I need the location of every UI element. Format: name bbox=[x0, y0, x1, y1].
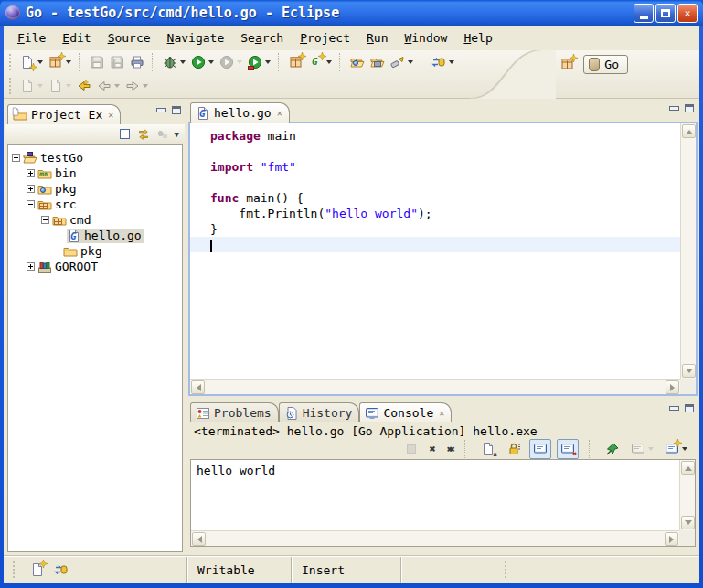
menu-help[interactable]: Help bbox=[455, 28, 500, 48]
code-line-3[interactable]: import "fmt" bbox=[190, 159, 680, 175]
dropdown-icon[interactable] bbox=[114, 84, 120, 88]
print-button[interactable] bbox=[127, 53, 147, 71]
show-console-stdout-button[interactable] bbox=[529, 439, 551, 459]
code-editor[interactable]: package main import "fmt" func main() { … bbox=[188, 122, 698, 396]
dropdown-icon[interactable] bbox=[408, 60, 413, 64]
save-button[interactable] bbox=[87, 53, 107, 71]
terminate-button[interactable] bbox=[401, 440, 421, 458]
new-wizard-button[interactable] bbox=[17, 53, 46, 71]
scroll-lock-button[interactable] bbox=[504, 440, 524, 458]
minimize-view-button[interactable] bbox=[156, 108, 166, 112]
window-close-button[interactable]: ✕ bbox=[677, 4, 698, 23]
open-perspective-button[interactable] bbox=[558, 55, 578, 73]
show-console-stderr-button[interactable]: ✖ bbox=[557, 439, 579, 459]
project-tree[interactable]: testGo 010 bin pkg sr bbox=[7, 144, 183, 552]
last-edit-location-button[interactable] bbox=[74, 77, 94, 95]
previous-annotation-button[interactable] bbox=[46, 77, 74, 95]
tree-item-bin[interactable]: 010 bin bbox=[8, 166, 182, 181]
menu-navigate[interactable]: Navigate bbox=[159, 28, 233, 48]
open-console-button[interactable] bbox=[662, 440, 690, 458]
eclipse-app-icon[interactable] bbox=[5, 5, 20, 20]
go-perspective-button[interactable]: Go bbox=[583, 55, 628, 74]
code-area[interactable]: package main import "fmt" func main() { … bbox=[190, 123, 680, 379]
scroll-right-button[interactable] bbox=[666, 380, 679, 394]
synchronize-button[interactable] bbox=[429, 53, 457, 71]
console-horizontal-scrollbar[interactable] bbox=[191, 530, 679, 546]
code-line-4[interactable] bbox=[190, 175, 680, 190]
new-package-button[interactable] bbox=[46, 53, 74, 71]
dropdown-icon[interactable] bbox=[180, 60, 186, 64]
code-line-7[interactable]: } bbox=[190, 221, 680, 237]
dropdown-icon[interactable] bbox=[237, 60, 242, 64]
tab-console[interactable]: Console ✕ bbox=[359, 402, 452, 422]
scroll-down-button[interactable] bbox=[682, 364, 696, 378]
toolbar-grip[interactable] bbox=[9, 54, 13, 70]
statusbar-grip[interactable] bbox=[13, 561, 16, 578]
editor-vertical-scrollbar[interactable] bbox=[680, 123, 696, 379]
forward-button[interactable] bbox=[122, 77, 151, 95]
code-line-6[interactable]: fmt.Println("hello world"); bbox=[190, 206, 680, 221]
dropdown-icon[interactable] bbox=[37, 60, 43, 64]
link-with-editor-button[interactable] bbox=[136, 128, 151, 141]
editor-horizontal-scrollbar[interactable] bbox=[190, 379, 680, 394]
maximize-editor-button[interactable] bbox=[685, 104, 694, 112]
statusbar-grip[interactable] bbox=[505, 561, 508, 578]
code-line-2[interactable] bbox=[190, 144, 680, 159]
search-button[interactable] bbox=[388, 53, 416, 71]
menu-project[interactable]: Project bbox=[292, 28, 358, 48]
tree-item-pkg[interactable]: pkg bbox=[8, 181, 182, 197]
tab-history[interactable]: History bbox=[279, 402, 360, 422]
save-all-button[interactable] bbox=[107, 53, 127, 71]
dropdown-icon[interactable] bbox=[208, 60, 214, 64]
debug-button[interactable] bbox=[160, 53, 188, 71]
run-history-button[interactable] bbox=[217, 53, 245, 71]
tree-item-cmd[interactable]: cmd bbox=[8, 212, 182, 228]
console-output[interactable]: hello world bbox=[190, 459, 696, 547]
tree-item-goroot[interactable]: GOROOT bbox=[8, 259, 182, 274]
maximize-view-button[interactable] bbox=[172, 106, 181, 114]
tree-item-testgo[interactable]: testGo bbox=[8, 150, 182, 166]
scroll-left-button[interactable] bbox=[191, 380, 205, 394]
sync-status-icon[interactable] bbox=[54, 562, 69, 577]
dropdown-icon[interactable] bbox=[66, 84, 71, 88]
maximize-console-button[interactable] bbox=[685, 404, 694, 412]
code-line-5[interactable]: func main() { bbox=[190, 190, 680, 206]
dropdown-icon[interactable] bbox=[682, 447, 687, 451]
close-icon[interactable]: ✕ bbox=[437, 408, 444, 418]
menu-run[interactable]: Run bbox=[358, 28, 396, 48]
scroll-up-button[interactable] bbox=[682, 124, 696, 138]
tree-item-src[interactable]: src bbox=[8, 197, 182, 212]
expand-expander[interactable] bbox=[27, 262, 35, 271]
menu-source[interactable]: Source bbox=[100, 28, 159, 48]
scroll-up-button[interactable] bbox=[681, 461, 695, 475]
dropdown-icon[interactable] bbox=[143, 84, 148, 88]
collapse-expander[interactable] bbox=[27, 200, 35, 208]
open-project-button[interactable] bbox=[367, 53, 388, 71]
display-selected-console-button[interactable] bbox=[628, 440, 656, 458]
next-annotation-button[interactable] bbox=[17, 77, 46, 95]
fast-view-icon[interactable] bbox=[30, 562, 45, 577]
dropdown-icon[interactable] bbox=[648, 447, 654, 451]
code-line-1[interactable]: package main bbox=[190, 128, 680, 144]
run-button[interactable] bbox=[188, 53, 217, 71]
close-icon[interactable]: ✕ bbox=[275, 108, 282, 118]
close-icon[interactable]: ✕ bbox=[106, 110, 113, 120]
expand-expander[interactable] bbox=[27, 185, 35, 193]
dropdown-icon[interactable] bbox=[449, 60, 454, 64]
tab-project-explorer[interactable]: Project Ex ✕ bbox=[7, 104, 121, 124]
tab-problems[interactable]: Problems bbox=[190, 402, 279, 422]
pin-console-button[interactable] bbox=[602, 440, 623, 458]
toolbar-grip[interactable] bbox=[9, 78, 13, 94]
minimize-editor-button[interactable] bbox=[669, 106, 679, 111]
dropdown-icon[interactable] bbox=[265, 60, 271, 64]
scroll-right-button[interactable] bbox=[665, 532, 678, 546]
collapse-expander[interactable] bbox=[12, 154, 20, 162]
dropdown-icon[interactable] bbox=[66, 60, 71, 64]
scroll-down-button[interactable] bbox=[681, 516, 695, 529]
minimize-console-button[interactable] bbox=[669, 406, 679, 411]
remove-all-launches-button[interactable]: ✖✖ bbox=[444, 443, 454, 456]
menu-search[interactable]: Search bbox=[232, 28, 292, 48]
code-line-8-current[interactable] bbox=[190, 237, 680, 252]
new-go-element-button[interactable]: G bbox=[306, 53, 335, 71]
new-go-project-button[interactable] bbox=[286, 53, 306, 71]
